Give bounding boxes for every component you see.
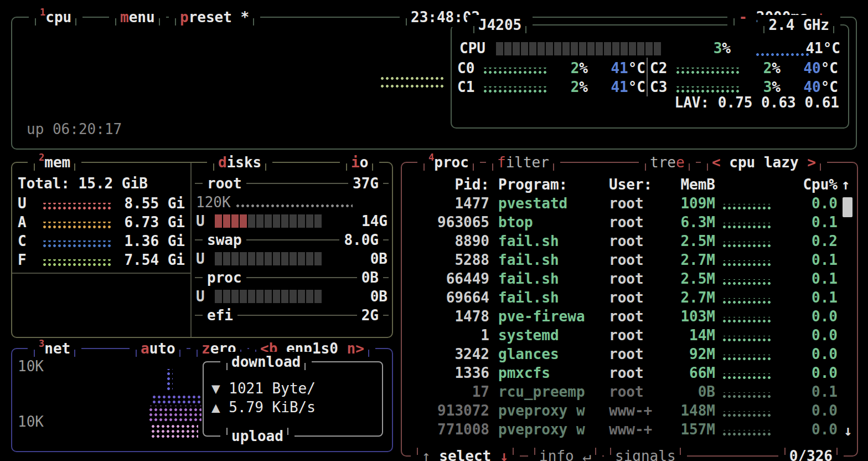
menu-hotkey: m bbox=[120, 9, 129, 25]
process-mem: 2.7M bbox=[664, 289, 715, 306]
column-cpu[interactable]: Cpu% bbox=[777, 176, 838, 193]
filter-button[interactable]: filter bbox=[486, 152, 560, 172]
process-mem: 148M bbox=[664, 402, 715, 419]
table-row[interactable]: 1 systemd root 14M 0.0 bbox=[409, 327, 850, 346]
process-mem: 2.5M bbox=[664, 270, 715, 287]
process-mem: 14M bbox=[664, 327, 715, 344]
filter-hotkey: f bbox=[497, 154, 506, 171]
table-row[interactable]: 3242 glances root 92M 0.0 bbox=[409, 346, 850, 365]
download-value: 1021 Byte/ bbox=[229, 380, 316, 397]
select-up-icon[interactable]: ↑ bbox=[422, 448, 431, 461]
border-tick bbox=[265, 163, 271, 171]
disk-root-header: root37G bbox=[195, 174, 389, 193]
table-row[interactable]: 8890 fail.sh root 2.5M 0.2 bbox=[409, 233, 850, 252]
core-row: C1 2% 41°C bbox=[457, 78, 650, 96]
core-label: C1 bbox=[457, 79, 483, 95]
download-label-chip: download bbox=[220, 352, 312, 372]
sort-prev-button[interactable]: < bbox=[712, 154, 721, 171]
table-row[interactable]: 69664 fail.sh root 2.7M 0.1 bbox=[409, 289, 850, 308]
tab-mem[interactable]: 2mem bbox=[28, 152, 81, 172]
tab-proc[interactable]: 4proc bbox=[417, 152, 480, 172]
table-row[interactable]: 963065 btop root 6.3M 0.1 bbox=[409, 214, 850, 233]
process-pid: 8890 bbox=[409, 233, 489, 249]
border-tick bbox=[75, 18, 81, 25]
column-pid[interactable]: Pid: bbox=[409, 176, 489, 193]
mem-stat-value: 7.54 Gi bbox=[114, 252, 185, 268]
border-tick bbox=[170, 18, 176, 25]
border-tick bbox=[487, 163, 493, 171]
core-usage-graph bbox=[675, 86, 741, 94]
tree-button[interactable]: tree bbox=[639, 152, 696, 172]
info-button[interactable]: info ↵ bbox=[528, 446, 602, 461]
process-name: fail.sh bbox=[498, 270, 608, 287]
net-title: net bbox=[44, 340, 70, 357]
iface-next-button[interactable]: n> bbox=[347, 340, 364, 357]
column-mem[interactable]: MemB bbox=[664, 176, 715, 193]
border-tick bbox=[702, 163, 708, 171]
cpu-temp-graph bbox=[755, 52, 810, 57]
process-cpu: 0.1 bbox=[777, 270, 838, 287]
preset-button[interactable]: preset * bbox=[169, 7, 260, 27]
border-tick bbox=[529, 448, 535, 455]
sort-next-button[interactable]: > bbox=[807, 154, 816, 171]
process-pid: 963065 bbox=[409, 214, 489, 230]
process-cpu: 0.0 bbox=[777, 346, 838, 362]
cpu-total-temp: 41°C bbox=[805, 40, 840, 57]
process-mem: 157M bbox=[664, 421, 715, 438]
net-auto-button[interactable]: auto bbox=[130, 339, 187, 358]
process-cpu-graph bbox=[722, 355, 773, 361]
disk-proc-header: proc0B bbox=[195, 268, 389, 287]
table-row[interactable]: 17 rcu_preemp root 0B 0.1 bbox=[409, 383, 850, 402]
mem-stat-row: C 1.36 Gi bbox=[18, 232, 185, 250]
column-program[interactable]: Program: bbox=[498, 176, 608, 193]
process-cpu-graph bbox=[722, 430, 773, 437]
core-label: C2 bbox=[650, 60, 675, 76]
disk-io-value: 120K bbox=[196, 194, 231, 211]
core-percent: 2% bbox=[741, 60, 781, 76]
table-row[interactable]: 1477 pvestatd root 109M 0.0 bbox=[409, 195, 850, 214]
mem-total: Total: 15.2 GiB bbox=[18, 175, 148, 192]
table-row[interactable]: 913072 pveproxy w www-+ 148M 0.0 bbox=[409, 402, 850, 421]
interval-decrease-button[interactable]: - bbox=[738, 9, 747, 25]
mem-stat-value: 1.36 Gi bbox=[114, 233, 185, 249]
process-pid: 913072 bbox=[409, 402, 489, 419]
select-control[interactable]: ↑ select ↓ bbox=[411, 446, 520, 461]
table-row[interactable]: 1478 pve-firewa root 103M 0.0 bbox=[409, 308, 850, 327]
io-toggle[interactable]: io bbox=[340, 152, 379, 172]
border-tick bbox=[758, 26, 764, 33]
scroll-down-icon[interactable]: ↓ bbox=[844, 422, 852, 439]
core-temp: 40°C bbox=[781, 60, 838, 76]
core-percent: 2% bbox=[548, 60, 588, 76]
cpu-model-label: J4205 bbox=[478, 17, 521, 33]
process-cpu-graph bbox=[722, 242, 773, 248]
disks-toggle[interactable]: disks bbox=[207, 152, 272, 172]
disk-root-used: U14G bbox=[196, 212, 388, 230]
disk-used-meter bbox=[215, 290, 322, 303]
border-tick bbox=[689, 163, 695, 171]
process-panel: 4proc filter tree < cpu lazy > Pid: Prog… bbox=[401, 162, 858, 457]
tree-hotkey: e bbox=[676, 154, 685, 171]
table-row[interactable]: 1336 pmxcfs root 66M 0.0 bbox=[409, 365, 850, 383]
scrollbar-thumb[interactable] bbox=[843, 197, 852, 217]
sort-direction-icon[interactable]: ↑ bbox=[841, 176, 852, 193]
menu-button[interactable]: menu bbox=[109, 7, 166, 27]
table-row[interactable]: 5288 fail.sh root 2.7M 0.1 bbox=[409, 252, 850, 270]
process-name: rcu_preemp bbox=[498, 383, 608, 400]
cpu-total-label: CPU bbox=[459, 40, 485, 57]
tab-net[interactable]: 3net bbox=[28, 339, 81, 358]
process-mem: 103M bbox=[664, 308, 715, 325]
disk-efi-header: efi2G bbox=[195, 306, 389, 325]
table-row[interactable]: 771008 pveproxy w www-+ 157M 0.0 bbox=[409, 421, 850, 440]
signals-button[interactable]: signals bbox=[604, 446, 687, 461]
mem-stat-row: F 7.54 Gi bbox=[18, 250, 185, 269]
tab-cpu[interactable]: 1cpu bbox=[29, 7, 82, 27]
table-row[interactable]: 66449 fail.sh root 2.5M 0.1 bbox=[409, 270, 850, 289]
process-pid: 1478 bbox=[409, 308, 489, 325]
download-label: download bbox=[231, 354, 301, 370]
core-usage-graph bbox=[483, 86, 548, 94]
cpu-history-graph bbox=[380, 84, 445, 89]
disk-used-value: 0B bbox=[370, 250, 388, 267]
mem-hotkey: 2 bbox=[39, 152, 44, 163]
download-speed: ▼ 1021 Byte/ bbox=[211, 380, 316, 397]
select-down-icon[interactable]: ↓ bbox=[500, 448, 509, 461]
